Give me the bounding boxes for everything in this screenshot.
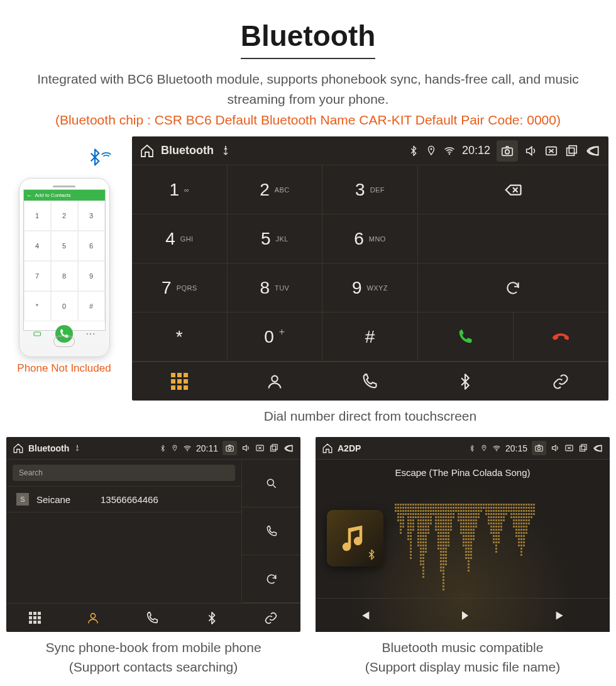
wifi-icon	[492, 444, 501, 453]
phone-outline-icon	[145, 611, 159, 625]
bluetooth-icon	[205, 611, 219, 625]
next-button[interactable]	[554, 609, 568, 622]
sync-icon	[265, 573, 278, 585]
camera-icon[interactable]	[532, 441, 546, 455]
search-icon	[265, 477, 278, 490]
next-icon	[554, 609, 568, 622]
back-icon[interactable]	[592, 443, 603, 454]
contact-name: Seicane	[36, 494, 93, 505]
tab-contacts[interactable]	[266, 373, 283, 390]
contact-initial-badge: S	[16, 493, 29, 506]
bluetooth-icon	[159, 445, 167, 452]
play-icon	[455, 608, 470, 623]
home-icon[interactable]	[322, 443, 333, 454]
location-icon	[480, 445, 488, 452]
close-app-icon[interactable]	[564, 443, 574, 453]
redial-button[interactable]	[418, 263, 608, 313]
key-9[interactable]: 9WXYZ	[322, 263, 418, 313]
key-7[interactable]: 7PQRS	[132, 263, 228, 313]
prev-button[interactable]	[358, 609, 371, 622]
tab-contacts[interactable]	[86, 611, 100, 625]
tab-devices[interactable]	[456, 373, 474, 390]
tab-devices[interactable]	[205, 611, 219, 625]
volume-icon[interactable]	[524, 144, 538, 158]
link-icon	[552, 373, 569, 390]
volume-icon[interactable]	[241, 443, 251, 453]
back-icon[interactable]	[585, 143, 601, 159]
sync-icon	[505, 280, 521, 296]
phone-backspace-icon	[32, 328, 43, 340]
hangup-icon	[549, 324, 574, 350]
recent-apps-icon[interactable]	[564, 144, 578, 158]
spec-line: (Bluetooth chip : CSR BC6 Default Blueto…	[0, 113, 616, 128]
key-4[interactable]: 4GHI	[132, 214, 228, 263]
link-icon	[264, 611, 278, 625]
page-title: Bluetooth	[241, 19, 376, 59]
bluetooth-icon	[468, 445, 476, 452]
phone-mock: Add to Contacts 123 456 789 *0# Phone No…	[8, 136, 121, 375]
sync-contacts-button[interactable]	[241, 555, 300, 603]
key-2[interactable]: 2ABC	[228, 165, 323, 214]
call-button[interactable]	[418, 313, 514, 361]
app-title: Bluetooth	[28, 443, 69, 453]
home-icon[interactable]	[140, 143, 155, 158]
phone-caption: Phone Not Included	[17, 362, 111, 375]
tab-history[interactable]	[361, 373, 378, 390]
backspace-button[interactable]	[418, 165, 608, 214]
location-icon	[171, 445, 179, 452]
recent-apps-icon[interactable]	[578, 443, 588, 453]
recent-apps-icon[interactable]	[269, 443, 278, 453]
bluetooth-icon	[456, 373, 474, 390]
call-icon	[456, 328, 474, 346]
visualizer	[395, 504, 598, 573]
tab-pair[interactable]	[264, 611, 278, 625]
volume-icon[interactable]	[551, 443, 560, 453]
search-button[interactable]	[241, 460, 300, 507]
phone-mini-keypad: 123 456 789 *0#	[24, 201, 105, 321]
tab-pair[interactable]	[552, 373, 569, 390]
key-1[interactable]: 1∞	[132, 165, 228, 214]
key-5[interactable]: 5JKL	[228, 214, 323, 263]
camera-icon[interactable]	[497, 140, 518, 162]
play-button[interactable]	[455, 608, 470, 623]
key-star[interactable]: *	[132, 313, 228, 362]
contacts-caption: Sync phone-book from mobile phone (Suppo…	[45, 638, 261, 677]
close-app-icon[interactable]	[255, 443, 265, 453]
key-8[interactable]: 8TUV	[228, 263, 323, 313]
close-app-icon[interactable]	[544, 144, 558, 158]
key-6[interactable]: 6MNO	[322, 214, 418, 263]
tab-keypad[interactable]	[29, 612, 41, 624]
backspace-icon	[503, 180, 522, 199]
back-icon[interactable]	[283, 443, 294, 454]
search-input[interactable]: Search	[13, 465, 235, 481]
usb-icon	[74, 445, 81, 452]
tab-keypad[interactable]	[171, 373, 188, 390]
call-contact-button[interactable]	[241, 507, 300, 555]
wifi-icon	[183, 444, 192, 453]
page-subtitle: Integrated with BC6 Bluetooth module, su…	[31, 69, 585, 109]
camera-icon[interactable]	[223, 441, 237, 455]
keypad-icon	[171, 373, 188, 390]
status-clock: 20:12	[462, 144, 490, 157]
phone-menu-icon	[85, 328, 96, 340]
location-icon	[426, 145, 437, 157]
key-0[interactable]: 0+	[228, 313, 323, 362]
contacts-unit: Bluetooth 20:11 Search S Seicane	[6, 437, 300, 632]
bluetooth-icon	[408, 145, 419, 157]
home-icon[interactable]	[13, 443, 24, 454]
status-clock: 20:15	[505, 443, 527, 453]
contact-row[interactable]: S Seicane 13566664466	[6, 486, 241, 512]
music-unit: A2DP 20:15 Escape (The Pina Colada Song)	[316, 437, 610, 632]
dialer-unit: Bluetooth 20:12 1∞ 2ABC 3DEF 4GHI	[132, 136, 608, 401]
prev-icon	[358, 609, 371, 622]
tab-history[interactable]	[145, 611, 159, 625]
hangup-button[interactable]	[514, 313, 608, 361]
status-clock: 20:11	[196, 443, 218, 453]
key-3[interactable]: 3DEF	[322, 165, 418, 214]
wifi-icon	[443, 145, 456, 157]
user-icon	[266, 373, 283, 390]
svg-point-13	[93, 333, 94, 335]
key-hash[interactable]: #	[322, 313, 418, 362]
phone-screen-header: Add to Contacts	[24, 190, 105, 201]
contact-number: 13566664466	[101, 494, 158, 505]
